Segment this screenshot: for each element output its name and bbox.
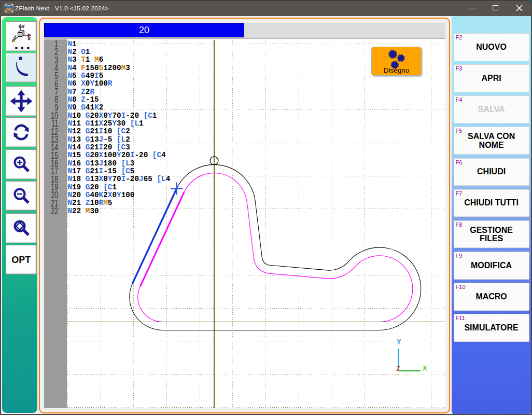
svg-text:Z: Z xyxy=(13,35,16,39)
svg-text:Y: Y xyxy=(397,338,401,345)
svg-text:X: X xyxy=(423,364,427,372)
svg-text:Z: Z xyxy=(396,365,400,372)
svg-text:Y: Y xyxy=(22,24,25,29)
svg-text:X: X xyxy=(27,36,31,41)
